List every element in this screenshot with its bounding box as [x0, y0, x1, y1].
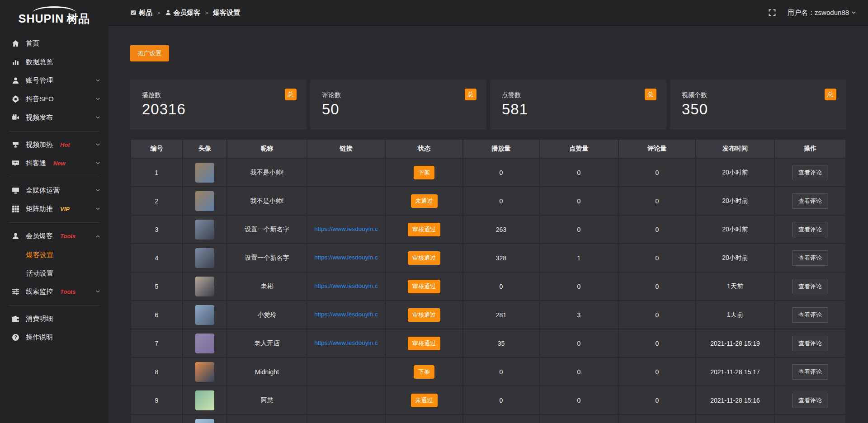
avatar	[195, 305, 214, 325]
cell-link	[307, 187, 385, 215]
view-comments-button[interactable]: 查看评论	[792, 393, 828, 408]
chevron-down-icon	[95, 77, 100, 85]
total-badge: 总	[465, 89, 476, 100]
grid-icon	[12, 205, 19, 213]
video-link[interactable]: https://www.iesdouyin.c	[314, 254, 377, 261]
view-comments-button[interactable]: 查看评论	[792, 279, 828, 294]
sidebar-item-2[interactable]: 数据总览	[0, 53, 108, 71]
sidebar-item-label: 操作说明	[26, 333, 53, 342]
cell-plays: 0	[463, 158, 539, 187]
column-header-6: 播放量	[463, 139, 539, 158]
view-comments-button[interactable]: 查看评论	[792, 222, 828, 237]
cell-plays: 0	[463, 386, 539, 414]
avatar	[195, 277, 214, 296]
chevron-down-icon	[95, 95, 100, 103]
cell-likes: 0	[539, 357, 618, 386]
sidebar-item-8[interactable]: 全媒体运营	[0, 181, 108, 200]
cell-status: 审核通过	[385, 329, 463, 357]
sidebar-item-label: 数据总览	[26, 58, 53, 66]
chevron-down-icon	[95, 141, 100, 149]
cell-plays: 0	[463, 187, 539, 215]
app-root: SHUPIN树品 首页数据总览账号管理抖音SEO视频发布视频加热Hot抖客通Ne…	[0, 0, 868, 423]
user-dropdown[interactable]: 用户名：zswodun88	[788, 9, 856, 17]
cell-nickname: 老彬	[227, 272, 307, 301]
view-comments-button[interactable]: 查看评论	[792, 193, 828, 209]
sidebar-item-label: 矩阵助推	[26, 205, 53, 213]
sidebar-item-badge: Tools	[60, 288, 75, 295]
sidebar-item-3[interactable]: 账号管理	[0, 71, 108, 90]
table-row-6: 6小爱玲https://www.iesdouyin.c审核通过281301天前查…	[131, 301, 846, 329]
column-header-1: 编号	[131, 139, 183, 158]
chevron-up-icon	[95, 232, 100, 240]
sidebar-item-6[interactable]: 视频加热Hot	[0, 136, 108, 154]
sidebar-subitem-2[interactable]: 活动设置	[0, 264, 108, 282]
sidebar-item-5[interactable]: 视频发布	[0, 108, 108, 127]
sidebar-item-4[interactable]: 抖音SEO	[0, 90, 108, 108]
heat-icon	[12, 141, 19, 149]
chevron-down-icon	[95, 114, 100, 122]
sidebar-item-12[interactable]: 消费明细	[0, 310, 108, 328]
cell-plays: 0	[463, 357, 539, 386]
cell-actions: 查看评论	[774, 301, 846, 329]
view-comments-button[interactable]: 查看评论	[792, 336, 828, 351]
sidebar-item-13[interactable]: ?操作说明	[0, 328, 108, 347]
view-comments-button[interactable]: 查看评论	[792, 165, 828, 180]
stat-card-3: 点赞数581总	[490, 80, 666, 130]
video-link[interactable]: https://www.iesdouyin.c	[314, 282, 377, 289]
breadcrumb-item-1[interactable]: 树品	[130, 9, 152, 17]
cell-nickname: 我不是小帅!	[227, 158, 307, 187]
cell-link: https://www.iesdouyin.c	[307, 301, 385, 329]
view-comments-button[interactable]: 查看评论	[792, 250, 828, 266]
cell-time: 1天前	[696, 272, 774, 301]
breadcrumb-item-2[interactable]: 会员爆客	[165, 9, 201, 17]
cell-actions: 查看评论	[774, 329, 846, 357]
total-badge: 总	[825, 89, 836, 100]
view-comments-button[interactable]: 查看评论	[792, 364, 828, 380]
breadcrumb: 树品>会员爆客>爆客设置	[130, 9, 240, 17]
logo[interactable]: SHUPIN树品	[0, 0, 108, 28]
sidebar-item-label: 视频发布	[26, 113, 53, 122]
table-row-1: 1我不是小帅!下架00020小时前查看评论	[131, 158, 846, 187]
column-header-7: 点赞量	[539, 139, 618, 158]
cell-avatar	[183, 272, 227, 301]
video-link[interactable]: https://www.iesdouyin.c	[314, 339, 377, 346]
cell-avatar	[183, 357, 227, 386]
cell-nickname: Midnight	[227, 357, 307, 386]
cell-avatar	[183, 329, 227, 357]
cell-status: 审核通过	[385, 272, 463, 301]
cell-link	[307, 357, 385, 386]
table-header-row: 编号头像昵称链接状态播放量点赞量评论量发布时间操作	[131, 139, 846, 158]
menu-divider	[9, 131, 99, 132]
cell-plays	[463, 414, 539, 423]
cell-avatar	[183, 158, 227, 187]
sidebar-item-10[interactable]: 会员爆客Tools	[0, 227, 108, 245]
column-header-9: 发布时间	[696, 139, 774, 158]
cell-link	[307, 414, 385, 423]
cell-actions: 查看评论	[774, 187, 846, 215]
sidebar-item-1[interactable]: 首页	[0, 34, 108, 53]
sidebar-item-label: 抖客通	[26, 159, 46, 168]
gear-icon	[12, 95, 19, 103]
sidebar-item-11[interactable]: 线索监控Tools	[0, 282, 108, 301]
sidebar: SHUPIN树品 首页数据总览账号管理抖音SEO视频发布视频加热Hot抖客通Ne…	[0, 0, 108, 423]
cell-nickname: 我不是小帅!	[227, 187, 307, 215]
sidebar-item-label: 首页	[26, 39, 39, 48]
sidebar-item-7[interactable]: 抖客通New	[0, 154, 108, 173]
cell-comments: 0	[618, 244, 696, 272]
fullscreen-icon[interactable]	[769, 9, 776, 16]
cell-link: https://www.iesdouyin.c	[307, 244, 385, 272]
table-row-10	[131, 414, 846, 423]
avatar	[195, 248, 214, 268]
video-link[interactable]: https://www.iesdouyin.c	[314, 226, 377, 232]
promo-settings-button[interactable]: 推广设置	[130, 45, 169, 61]
stat-card-value: 20316	[142, 101, 296, 118]
chevron-down-icon	[95, 160, 100, 167]
cell-link: https://www.iesdouyin.c	[307, 272, 385, 301]
table-row-5: 5老彬https://www.iesdouyin.c审核通过0001天前查看评论	[131, 272, 846, 301]
sidebar-subitem-1[interactable]: 爆客设置	[0, 245, 108, 264]
cell-comments: 0	[618, 301, 696, 329]
video-link[interactable]: https://www.iesdouyin.c	[314, 311, 377, 318]
cell-id: 6	[131, 301, 183, 329]
sidebar-item-9[interactable]: 矩阵助推VIP	[0, 200, 108, 218]
view-comments-button[interactable]: 查看评论	[792, 307, 828, 323]
